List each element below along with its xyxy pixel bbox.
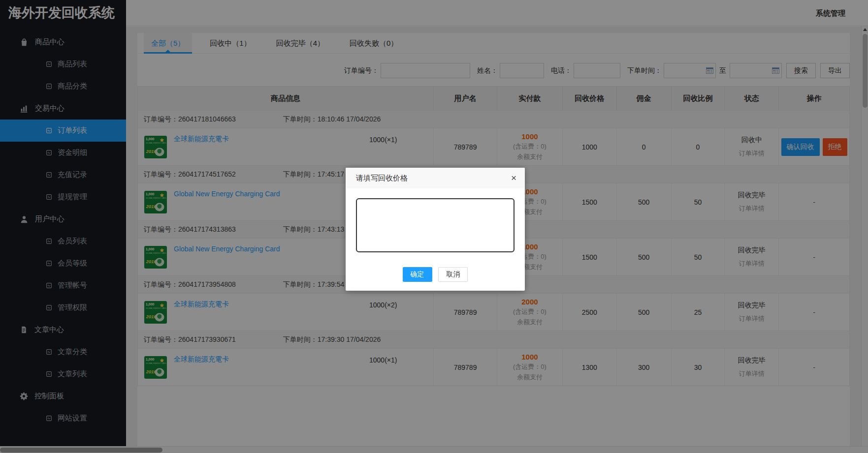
confirm-button[interactable]: 确定 <box>403 267 432 282</box>
modal-footer: 确定 取消 <box>346 254 525 291</box>
close-icon[interactable]: × <box>511 168 516 188</box>
cancel-button[interactable]: 取消 <box>438 267 468 282</box>
modal-title: 请填写回收价格 <box>356 174 408 182</box>
modal-body <box>346 188 525 254</box>
recycle-price-modal: 请填写回收价格 × 确定 取消 <box>346 168 525 291</box>
recycle-price-input[interactable] <box>356 198 514 252</box>
modal-header: 请填写回收价格 × <box>346 168 525 188</box>
